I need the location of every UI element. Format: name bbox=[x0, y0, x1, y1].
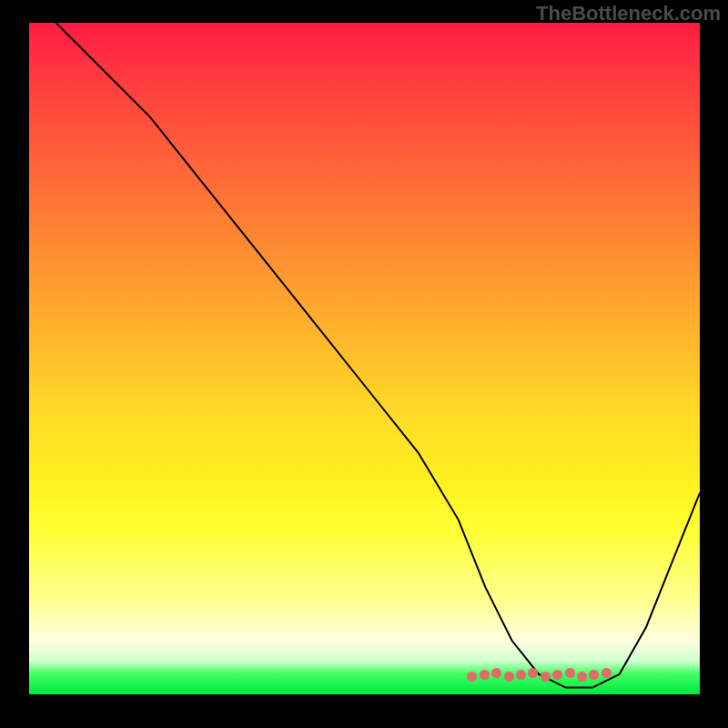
highlight-dot bbox=[589, 670, 599, 680]
highlight-dot bbox=[516, 670, 526, 680]
highlight-dot bbox=[565, 668, 575, 678]
highlight-dot bbox=[480, 670, 490, 680]
highlight-dot bbox=[528, 668, 538, 678]
highlight-dot bbox=[504, 672, 514, 682]
bottleneck-curve bbox=[29, 23, 700, 694]
watermark-text: TheBottleneck.com bbox=[536, 2, 721, 25]
chart-plot-area bbox=[29, 23, 700, 694]
highlight-dot bbox=[467, 672, 477, 682]
highlight-dot bbox=[491, 668, 501, 678]
highlight-dot bbox=[602, 668, 612, 678]
highlight-dot bbox=[541, 672, 551, 682]
optimal-range-dots bbox=[29, 656, 700, 683]
highlight-dot bbox=[577, 672, 587, 682]
highlight-dot bbox=[552, 670, 562, 680]
